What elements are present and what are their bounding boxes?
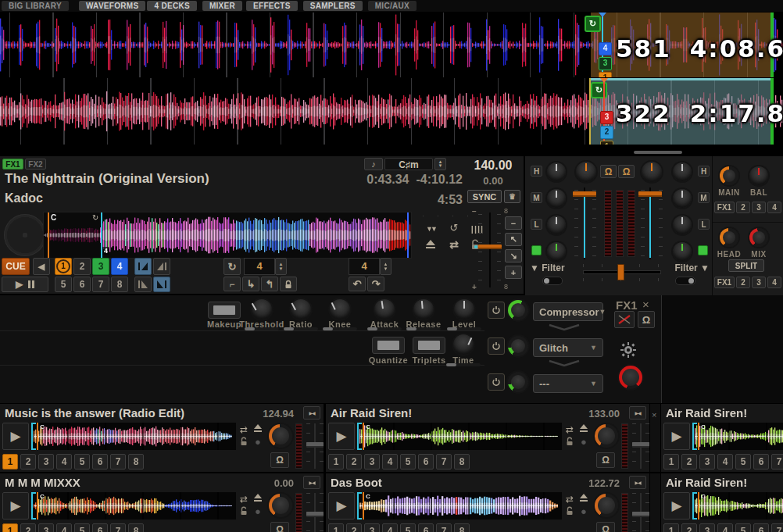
fx-slot-1-amount-knob[interactable] bbox=[508, 300, 528, 320]
sampler-3-hotcue-5[interactable]: 5 bbox=[74, 523, 90, 532]
sampler-headphone-button[interactable]: Ω bbox=[270, 522, 289, 532]
fx-assign-button-fx1[interactable]: FX1 bbox=[714, 202, 735, 213]
key-note-icon[interactable]: ♪ bbox=[364, 158, 383, 170]
sampler-1-hotcue-2[interactable]: 2 bbox=[346, 454, 362, 470]
key-spinner[interactable]: ▲▼ bbox=[434, 158, 446, 170]
sampler-0-hotcue-6[interactable]: 6 bbox=[92, 454, 108, 470]
fx-headphone-button[interactable]: Ω bbox=[638, 311, 655, 328]
headphone-mix-knob[interactable] bbox=[749, 228, 768, 247]
hotcue-2-button[interactable]: 2 bbox=[73, 258, 91, 275]
loop-size-display[interactable]: 4 bbox=[244, 258, 275, 275]
sampler-3-hotcue-8[interactable]: 8 bbox=[128, 523, 144, 532]
sampler-4-hotcue-1[interactable]: 1 bbox=[328, 523, 344, 532]
sampler-2-hotcue-4[interactable]: 4 bbox=[717, 454, 733, 470]
sampler-sync-icon[interactable]: ▶◀ bbox=[629, 406, 646, 420]
sampler-1-hotcue-8[interactable]: 8 bbox=[454, 454, 470, 470]
fx-slot-3-amount-knob[interactable] bbox=[508, 372, 528, 392]
sampler-2-hotcue-2[interactable]: 2 bbox=[681, 454, 697, 470]
sampler-4-hotcue-8[interactable]: 8 bbox=[454, 523, 470, 532]
sampler-gain-knob[interactable] bbox=[269, 494, 292, 517]
spinner-down-icon[interactable]: ▼ bbox=[438, 164, 443, 168]
hotcue-5-button[interactable]: 5 bbox=[55, 277, 72, 292]
topbar-tab-4-decks[interactable]: 4 DECKS bbox=[147, 1, 196, 11]
fx-unit-close-icon[interactable]: × bbox=[642, 298, 649, 311]
fx-assign-button-4[interactable]: 4 bbox=[767, 202, 781, 213]
sampler-volume-fader[interactable] bbox=[306, 423, 324, 469]
sampler-2-hotcue-1[interactable]: 1 bbox=[663, 454, 679, 470]
sampler-play-button[interactable]: ▶ bbox=[328, 423, 355, 450]
headphone-volume-knob[interactable] bbox=[720, 228, 738, 247]
main-volume-knob[interactable] bbox=[720, 166, 738, 185]
fx-super-knob[interactable] bbox=[619, 366, 642, 389]
waveform-hotcue-marker-4[interactable]: 4 bbox=[599, 42, 612, 55]
deck-a-scrolling-waveform[interactable]: ↻ 431 5814:08.62 bbox=[0, 12, 783, 77]
sampler-4-hotcue-4[interactable]: 4 bbox=[382, 523, 398, 532]
sampler-waveform[interactable]: C bbox=[692, 492, 783, 520]
triplets-button[interactable] bbox=[413, 337, 445, 354]
sampler-4-hotcue-2[interactable]: 2 bbox=[346, 523, 362, 532]
sampler-0-hotcue-2[interactable]: 2 bbox=[20, 454, 36, 470]
waveform-hotcue-marker-1[interactable]: 1 bbox=[599, 72, 612, 77]
sampler-4-hotcue-6[interactable]: 6 bbox=[418, 523, 434, 532]
sampler-4-hotcue-3[interactable]: 3 bbox=[364, 523, 380, 532]
sampler-headphone-button[interactable]: Ω bbox=[596, 522, 615, 532]
bpm-display[interactable]: 140.00 bbox=[464, 159, 522, 173]
sampler-1-hotcue-4[interactable]: 4 bbox=[382, 454, 398, 470]
sampler-0-hotcue-3[interactable]: 3 bbox=[38, 454, 54, 470]
sampler-2-hotcue-5[interactable]: 5 bbox=[735, 454, 751, 470]
loop-out-button[interactable]: ↳ bbox=[242, 277, 259, 291]
sampler-5-hotcue-4[interactable]: 4 bbox=[717, 523, 733, 532]
sampler-lock-icon[interactable] bbox=[238, 437, 250, 448]
sampler-sync-icon[interactable]: ▶◀ bbox=[303, 406, 320, 420]
waveform-zoom-scrollbar[interactable] bbox=[634, 151, 682, 154]
balance-knob[interactable] bbox=[749, 166, 768, 185]
tempo-plus-button[interactable]: + bbox=[505, 266, 522, 279]
hotcue-4-button[interactable]: 4 bbox=[111, 258, 128, 275]
sampler-5-hotcue-3[interactable]: 3 bbox=[699, 523, 715, 532]
crossfader-handle[interactable] bbox=[617, 264, 624, 280]
eject-icon[interactable] bbox=[420, 239, 441, 252]
pfl-indicator-a[interactable] bbox=[531, 245, 542, 255]
gain-knob-a[interactable] bbox=[576, 162, 596, 182]
hotcue-7-button[interactable]: 7 bbox=[92, 277, 109, 292]
play-pause-button[interactable]: ▶ bbox=[2, 277, 48, 292]
sampler-1-hotcue-3[interactable]: 3 bbox=[364, 454, 380, 470]
sampler-3-hotcue-4[interactable]: 4 bbox=[56, 523, 72, 532]
topbar-tab-mixer[interactable]: MIXER bbox=[202, 1, 242, 11]
loop-lock-button[interactable] bbox=[280, 277, 297, 291]
beatgrid-icon[interactable]: |||| bbox=[467, 223, 488, 235]
beatjump-spinner[interactable]: ▲▼ bbox=[380, 258, 392, 275]
pitch-fader-handle[interactable] bbox=[478, 245, 502, 249]
fx-assign-button-3[interactable]: 3 bbox=[752, 202, 766, 213]
cue-button[interactable]: CUE bbox=[2, 258, 30, 275]
topbar-tab-effects[interactable]: EFFECTS bbox=[246, 1, 298, 11]
headphone-cue-b-button[interactable]: Ω bbox=[618, 165, 635, 178]
knee-knob[interactable] bbox=[330, 299, 350, 320]
headphone-cue-a-button[interactable]: Ω bbox=[600, 165, 617, 178]
release-knob[interactable] bbox=[413, 299, 434, 320]
fx-assign-button-3[interactable]: 3 bbox=[752, 277, 766, 288]
hotcue-3-button[interactable]: 3 bbox=[92, 258, 109, 275]
sampler-1-hotcue-1[interactable]: 1 bbox=[328, 454, 344, 470]
outro-start-button[interactable] bbox=[134, 277, 152, 292]
sampler-1-hotcue-6[interactable]: 6 bbox=[418, 454, 434, 470]
sampler-4-hotcue-7[interactable]: 7 bbox=[436, 523, 452, 532]
waveform-hotcue-marker-1[interactable]: 1 bbox=[600, 141, 613, 145]
sampler-3-hotcue-3[interactable]: 3 bbox=[38, 523, 54, 532]
skip-back-button[interactable]: ◀ bbox=[33, 258, 50, 275]
nudge-down-right-button[interactable]: ↘ bbox=[505, 249, 522, 262]
quantize-icon[interactable]: ↺ bbox=[444, 222, 464, 234]
deck-overview-waveform[interactable]: C ↻ 4 bbox=[43, 212, 412, 259]
eq-mid-knob-b[interactable] bbox=[673, 189, 692, 208]
sampler-sync-icon[interactable]: ▶◀ bbox=[629, 476, 646, 489]
pitch-fader-track[interactable] bbox=[489, 212, 491, 287]
sampler-1-hotcue-7[interactable]: 7 bbox=[436, 454, 452, 470]
beatjump-forward-button[interactable]: ↷ bbox=[367, 277, 384, 291]
fx-assign-button-2[interactable]: 2 bbox=[736, 277, 750, 288]
deck-fx2-tab[interactable]: FX2 bbox=[25, 159, 46, 170]
filter-knob-a[interactable] bbox=[547, 242, 566, 261]
sampler-sync-icon[interactable]: ▶◀ bbox=[303, 476, 320, 489]
sampler-waveform[interactable]: C bbox=[31, 423, 236, 450]
sampler-5-hotcue-2[interactable]: 2 bbox=[681, 523, 697, 532]
sampler-headphone-button[interactable]: Ω bbox=[270, 452, 289, 468]
